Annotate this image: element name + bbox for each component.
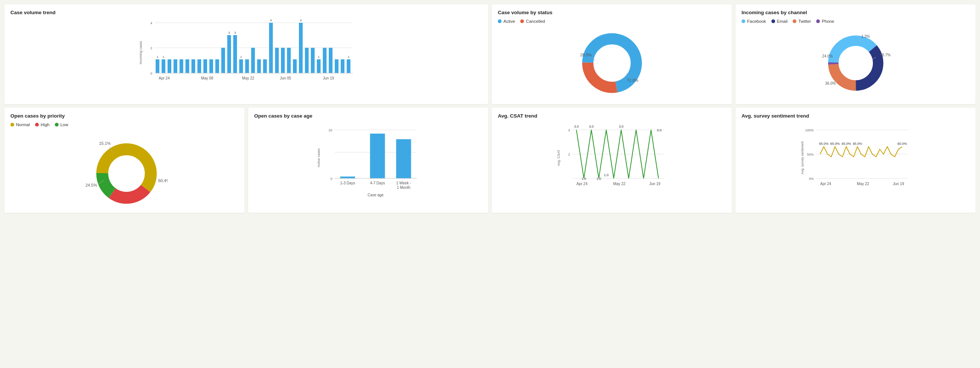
svg-rect-39 (305, 48, 309, 73)
svg-text:1: 1 (157, 55, 159, 59)
svg-rect-17 (204, 59, 207, 73)
active-dot (498, 19, 501, 23)
svg-rect-41 (317, 59, 321, 73)
twitter-dot (793, 19, 796, 23)
svg-text:60.4%: 60.4% (158, 178, 167, 183)
svg-rect-11 (167, 59, 171, 73)
low-dot (55, 123, 59, 126)
svg-text:4: 4 (270, 19, 272, 22)
open-by-priority-title: Open cases by priority (10, 113, 239, 119)
incoming-by-channel-title: Incoming cases by channel (741, 10, 970, 15)
svg-rect-7 (156, 59, 159, 73)
donut-status-container: 28.0% 72.0% (498, 26, 726, 100)
svg-rect-40 (311, 48, 315, 73)
phone-dot (816, 19, 820, 23)
svg-text:1: 1 (318, 55, 320, 59)
svg-text:4: 4 (568, 128, 570, 132)
low-label: Low (60, 123, 68, 127)
avg-survey-sentiment-card: Avg. survey sentiment trend 100% 50% 0% … (735, 108, 975, 213)
normal-label: Normal (16, 123, 30, 127)
svg-text:0: 0 (150, 72, 152, 75)
avg-csat-trend-title: Avg. CSAT trend (498, 113, 726, 119)
svg-text:4: 4 (150, 21, 152, 25)
svg-text:Apr 24: Apr 24 (577, 182, 588, 186)
open-by-age-chart: 20 0 Active cases 1-3 Days 4-7 Days 1 We… (254, 123, 482, 201)
svg-text:28.0%: 28.0% (580, 53, 592, 57)
svg-text:Avg. CSAT: Avg. CSAT (557, 150, 560, 166)
phone-label: Phone (822, 19, 834, 24)
svg-rect-90 (396, 139, 411, 178)
twitter-label: Twitter (798, 19, 811, 24)
svg-text:50%: 50% (807, 153, 813, 156)
svg-text:4: 4 (300, 19, 302, 22)
avg-csat-chart: 4 2 Avg. CSAT 3.0 3.0 1.0 3.0 Apr 24 May… (498, 123, 726, 201)
svg-text:1.0: 1.0 (581, 177, 586, 181)
svg-text:2: 2 (568, 153, 570, 156)
svg-rect-13 (180, 59, 183, 73)
svg-rect-20 (221, 48, 225, 73)
svg-text:3.0: 3.0 (619, 125, 624, 128)
normal-dot (10, 123, 14, 126)
svg-rect-30 (263, 59, 267, 73)
legend-phone: Phone (816, 19, 834, 24)
svg-text:65.0%: 65.0% (830, 142, 840, 145)
legend-email: Email (772, 19, 788, 24)
svg-text:Apr 24: Apr 24 (159, 76, 170, 80)
facebook-dot (741, 19, 745, 23)
high-dot (35, 123, 39, 126)
active-label: Active (503, 19, 515, 24)
case-volume-status-card: Case volume by status Active Cancelled 2… (492, 5, 732, 104)
svg-rect-27 (245, 59, 249, 73)
svg-rect-21 (227, 35, 231, 73)
svg-rect-36 (293, 59, 297, 73)
svg-text:45.0%: 45.0% (853, 142, 862, 145)
avg-survey-sentiment-chart: 100% 50% 0% Avg. survey sentiment 65.0% … (741, 123, 970, 201)
svg-rect-89 (370, 134, 385, 178)
svg-text:1: 1 (348, 55, 350, 59)
svg-rect-29 (257, 59, 261, 73)
dashboard: Case volume trend 4 2 0 Incoming cases 1… (5, 5, 975, 213)
legend-facebook: Facebook (741, 19, 766, 24)
svg-text:Apr 24: Apr 24 (820, 182, 832, 186)
legend-normal: Normal (10, 123, 30, 127)
open-by-age-title: Open cases by case age (254, 113, 482, 119)
svg-text:24.5%: 24.5% (86, 183, 97, 187)
svg-text:20: 20 (328, 128, 332, 132)
svg-text:Jun 05: Jun 05 (280, 76, 291, 80)
svg-text:100%: 100% (805, 128, 813, 132)
svg-text:24.0%: 24.0% (822, 54, 833, 58)
svg-text:1 Week -: 1 Week - (396, 181, 411, 185)
svg-text:1.3%: 1.3% (861, 34, 870, 38)
svg-text:May 08: May 08 (201, 76, 213, 80)
svg-rect-14 (186, 59, 189, 73)
svg-rect-43 (323, 48, 326, 73)
legend-active: Active (498, 19, 515, 24)
svg-text:15.1%: 15.1% (99, 141, 110, 145)
svg-rect-33 (275, 48, 279, 73)
svg-rect-25 (239, 59, 243, 73)
svg-text:Jun 19: Jun 19 (892, 182, 904, 186)
svg-rect-37 (299, 23, 303, 73)
channel-legend: Facebook Email Twitter Phone (741, 19, 970, 24)
svg-text:1.0: 1.0 (597, 177, 601, 181)
svg-text:65.0%: 65.0% (819, 142, 829, 145)
svg-text:3: 3 (234, 31, 236, 34)
svg-rect-28 (251, 48, 255, 73)
svg-rect-47 (347, 59, 350, 73)
svg-text:0: 0 (330, 177, 332, 181)
svg-rect-44 (329, 48, 332, 73)
svg-text:2: 2 (150, 46, 152, 50)
case-volume-status-legend: Active Cancelled (498, 19, 726, 24)
svg-text:45.0%: 45.0% (842, 142, 851, 145)
svg-text:3: 3 (228, 31, 230, 34)
svg-text:May 22: May 22 (242, 76, 255, 80)
svg-rect-34 (281, 48, 285, 73)
svg-text:1: 1 (163, 55, 165, 59)
svg-text:Jun 19: Jun 19 (649, 182, 660, 186)
case-volume-status-title: Case volume by status (498, 10, 726, 15)
svg-text:3.0: 3.0 (657, 128, 662, 132)
donut-status-chart: 28.0% 72.0% (575, 29, 649, 97)
svg-rect-18 (209, 59, 213, 73)
svg-rect-23 (233, 35, 237, 73)
svg-text:Jun 19: Jun 19 (323, 76, 334, 80)
